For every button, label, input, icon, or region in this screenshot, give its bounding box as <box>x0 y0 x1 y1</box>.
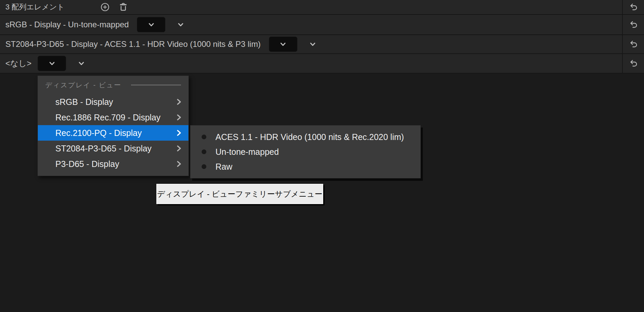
value-dropdown-button[interactable] <box>269 36 298 52</box>
chevron-right-icon <box>176 98 182 106</box>
undo-button[interactable] <box>629 20 638 29</box>
undo-button[interactable] <box>629 59 638 68</box>
element-value-label: sRGB - Display - Un-tone-mapped <box>5 20 129 29</box>
secondary-dropdown-arrow[interactable] <box>77 59 86 68</box>
undo-button[interactable] <box>629 40 638 49</box>
menu-item-label: Rec.2100-PQ - Display <box>55 128 176 138</box>
undo-button[interactable] <box>629 3 638 11</box>
menu-section-header: ディスプレイ - ビュー <box>38 76 188 94</box>
undo-icon <box>629 59 638 68</box>
tooltip-text: ディスプレイ - ビューファミリーサブメニュー <box>157 189 323 199</box>
chevron-right-icon <box>176 114 182 121</box>
array-toolbar <box>100 2 128 12</box>
chevron-down-icon <box>279 40 287 49</box>
chevron-right-icon <box>176 129 182 137</box>
value-dropdown-button[interactable] <box>137 17 165 32</box>
submenu-tooltip: ディスプレイ - ビューファミリーサブメニュー <box>156 184 323 204</box>
element-row-main: sRGB - Display - Un-tone-mapped <box>0 15 622 34</box>
secondary-dropdown-arrow[interactable] <box>308 40 317 49</box>
element-value-label: <なし> <box>5 58 31 69</box>
add-element-button[interactable] <box>100 2 110 12</box>
chevron-down-icon <box>77 59 86 68</box>
submenu-item-label: Un-tone-mapped <box>215 147 279 157</box>
undo-cell <box>622 35 644 53</box>
plus-circle-icon <box>100 2 110 12</box>
undo-cell <box>622 0 644 14</box>
undo-icon <box>629 20 638 29</box>
array-element-row: <なし> <box>0 54 644 74</box>
array-count-label: 3 配列エレメント <box>5 2 65 12</box>
menu-section-divider <box>131 85 181 85</box>
trash-icon <box>119 2 128 12</box>
submenu-item-un-tone-mapped[interactable]: Un-tone-mapped <box>190 144 420 159</box>
undo-cell <box>622 54 644 73</box>
menu-item-label: ST2084-P3-D65 - Display <box>55 144 176 153</box>
menu-section-title: ディスプレイ - ビュー <box>45 81 122 90</box>
menu-item-label: Rec.1886 Rec.709 - Display <box>55 113 176 122</box>
submenu-item-label: Raw <box>215 162 232 172</box>
menu-item-label: sRGB - Display <box>55 97 176 107</box>
view-family-submenu: ACES 1.1 - HDR Video (1000 nits & Rec.20… <box>190 125 421 178</box>
menu-item-rec2100-pq-display[interactable]: Rec.2100-PQ - Display <box>38 125 188 141</box>
menu-item-st2084-p3-d65-display[interactable]: ST2084-P3-D65 - Display <box>38 141 188 156</box>
chevron-down-icon <box>147 20 156 29</box>
element-value-label: ST2084-P3-D65 - Display - ACES 1.1 - HDR… <box>5 39 261 49</box>
chevron-down-icon <box>48 59 56 68</box>
array-element-row: sRGB - Display - Un-tone-mapped <box>0 15 644 35</box>
chevron-right-icon <box>176 145 182 152</box>
secondary-dropdown-arrow[interactable] <box>176 20 185 29</box>
chevron-right-icon <box>176 160 182 168</box>
submenu-item-aces-hdr-video[interactable]: ACES 1.1 - HDR Video (1000 nits & Rec.20… <box>190 130 420 144</box>
menu-item-rec1886-rec709-display[interactable]: Rec.1886 Rec.709 - Display <box>38 110 188 125</box>
chevron-down-icon <box>308 40 317 49</box>
radio-bullet-icon <box>202 135 206 139</box>
array-header-row: 3 配列エレメント <box>0 0 644 15</box>
element-row-main: ST2084-P3-D65 - Display - ACES 1.1 - HDR… <box>0 35 622 53</box>
undo-cell <box>622 15 644 34</box>
radio-bullet-icon <box>202 149 206 154</box>
display-view-dropdown-menu: ディスプレイ - ビュー sRGB - Display Rec.1886 Rec… <box>37 76 189 176</box>
delete-element-button[interactable] <box>119 2 128 12</box>
menu-item-p3-d65-display[interactable]: P3-D65 - Display <box>38 156 188 172</box>
element-row-main: <なし> <box>0 54 622 73</box>
menu-item-srgb-display[interactable]: sRGB - Display <box>38 94 188 110</box>
array-header-main: 3 配列エレメント <box>0 0 622 14</box>
chevron-down-icon <box>176 20 185 29</box>
submenu-item-label: ACES 1.1 - HDR Video (1000 nits & Rec.20… <box>215 132 404 142</box>
value-dropdown-button[interactable] <box>37 56 66 71</box>
radio-bullet-icon <box>202 164 206 169</box>
array-element-row: ST2084-P3-D65 - Display - ACES 1.1 - HDR… <box>0 35 644 54</box>
undo-icon <box>629 40 638 49</box>
menu-item-label: P3-D65 - Display <box>55 159 176 169</box>
undo-icon <box>629 3 638 11</box>
submenu-item-raw[interactable]: Raw <box>190 159 420 174</box>
